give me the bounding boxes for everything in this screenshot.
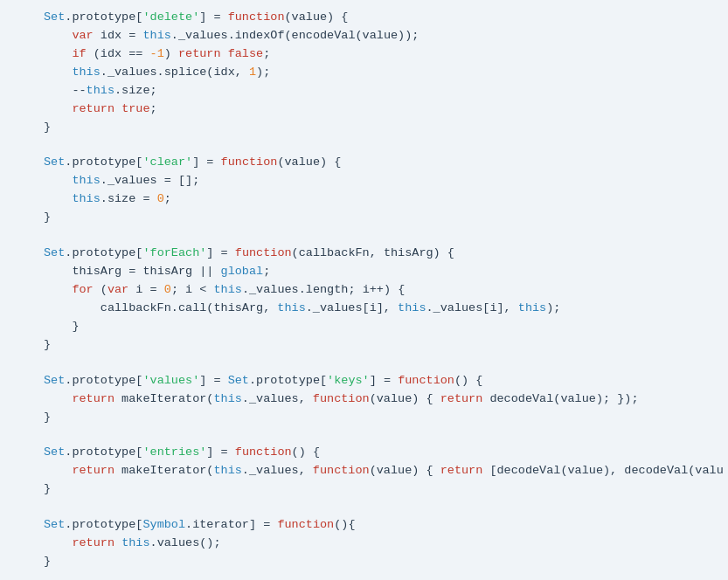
code-line: Set.prototype['forEach'] = function(call… <box>0 245 728 263</box>
code-line <box>0 426 728 444</box>
code-line: callbackFn.call(thisArg, this._values[i]… <box>0 300 728 318</box>
code-line: for (var i = 0; i < this._values.length;… <box>0 281 728 300</box>
code-line: Set.prototype['clear'] = function(value)… <box>0 154 728 172</box>
code-line: this.size = 0; <box>0 190 728 209</box>
code-line: Set.prototype['delete'] = function(value… <box>0 9 728 27</box>
code-line: return this.values(); <box>0 535 728 553</box>
code-editor: Set.prototype['delete'] = function(value… <box>0 0 728 580</box>
code-line: return makeIterator(this._values, functi… <box>0 462 728 480</box>
code-line: } <box>0 336 728 355</box>
code-line <box>0 227 728 245</box>
code-line <box>0 499 728 516</box>
code-line: Set.prototype[Symbol.iterator] = functio… <box>0 516 728 535</box>
code-line: thisArg = thisArg || global; <box>0 263 728 281</box>
code-line: return makeIterator(this._values, functi… <box>0 390 728 409</box>
code-line <box>0 136 728 154</box>
code-line: } <box>0 480 728 499</box>
code-line: this._values = []; <box>0 172 728 190</box>
code-line: return true; <box>0 100 728 119</box>
code-line: } <box>0 409 728 427</box>
code-line: this._values.splice(idx, 1); <box>0 64 728 82</box>
code-line: } <box>0 553 728 571</box>
code-line: } <box>0 318 728 336</box>
code-line: } <box>0 119 728 137</box>
code-line: Set.prototype['entries'] = function() { <box>0 444 728 462</box>
code-line: Set.prototype['values'] = Set.prototype[… <box>0 372 728 390</box>
code-line: --this.size; <box>0 82 728 100</box>
code-line: } <box>0 209 728 227</box>
code-line: var idx = this._values.indexOf(encodeVal… <box>0 27 728 45</box>
code-line <box>0 355 728 372</box>
code-line: if (idx == -1) return false; <box>0 45 728 64</box>
